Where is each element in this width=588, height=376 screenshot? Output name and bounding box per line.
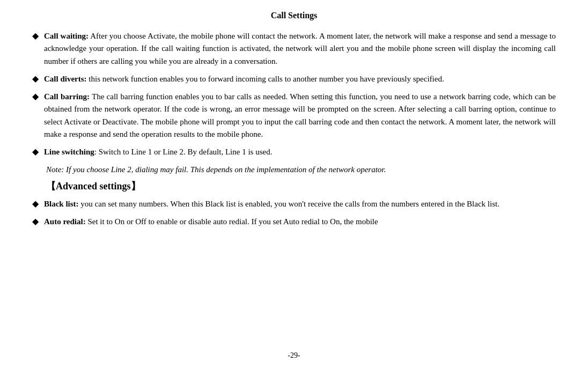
- advanced-settings-header: 【Advanced settings】: [46, 180, 556, 193]
- page-container: Call Settings ◆ Call waiting: After you …: [0, 0, 588, 376]
- bullet-text-auto-redial: Auto redial: Set it to On or Off to enab…: [44, 216, 556, 228]
- bullet-diamond-line-switching: ◆: [32, 146, 39, 157]
- black-list-label: Black list:: [44, 200, 79, 208]
- line-switching-text: : Switch to Line 1 or Line 2. By default…: [94, 148, 273, 156]
- italic-note-block: Note: If you choose Line 2, dialing may …: [46, 164, 556, 176]
- page-number: -29-: [32, 346, 556, 360]
- auto-redial-text: Set it to On or Off to enable or disable…: [86, 217, 378, 226]
- bullet-diamond-call-diverts: ◆: [32, 73, 39, 84]
- bullet-diamond-black-list: ◆: [32, 198, 39, 209]
- advanced-settings-header-block: 【Advanced settings】: [46, 180, 556, 193]
- line-switching-label: Line switching: [44, 148, 94, 156]
- call-barring-label: Call barring:: [44, 92, 90, 101]
- italic-note: Note: If you choose Line 2, dialing may …: [46, 164, 556, 176]
- bullet-item-call-waiting: ◆ Call waiting: After you choose Activat…: [32, 30, 556, 68]
- call-diverts-label: Call diverts:: [44, 75, 87, 83]
- bullet-text-call-diverts: Call diverts: this network function enab…: [44, 73, 556, 85]
- bullet-diamond-auto-redial: ◆: [32, 216, 39, 226]
- call-waiting-label: Call waiting:: [44, 32, 89, 40]
- call-barring-text: The call barring function enables you to…: [44, 92, 556, 138]
- bullet-item-auto-redial: ◆ Auto redial: Set it to On or Off to en…: [32, 216, 556, 228]
- content-area: ◆ Call waiting: After you choose Activat…: [32, 30, 556, 346]
- call-waiting-text: After you choose Activate, the mobile ph…: [44, 32, 556, 65]
- bullet-item-call-barring: ◆ Call barring: The call barring functio…: [32, 91, 556, 141]
- bullet-item-black-list: ◆ Black list: you can set many numbers. …: [32, 198, 556, 210]
- auto-redial-label: Auto redial:: [44, 217, 86, 226]
- call-diverts-text: this network function enables you to for…: [87, 75, 444, 83]
- bullet-item-call-diverts: ◆ Call diverts: this network function en…: [32, 73, 556, 85]
- bullet-diamond-call-waiting: ◆: [32, 31, 39, 41]
- bullet-text-call-barring: Call barring: The call barring function …: [44, 91, 556, 141]
- bullet-text-call-waiting: Call waiting: After you choose Activate,…: [44, 30, 556, 68]
- bullet-text-black-list: Black list: you can set many numbers. Wh…: [44, 198, 556, 210]
- black-list-text: you can set many numbers. When this Blac…: [79, 200, 499, 208]
- bullet-diamond-call-barring: ◆: [32, 91, 39, 101]
- page-title: Call Settings: [32, 11, 556, 20]
- bullet-item-line-switching: ◆ Line switching: Switch to Line 1 or Li…: [32, 146, 556, 158]
- bullet-text-line-switching: Line switching: Switch to Line 1 or Line…: [44, 146, 556, 158]
